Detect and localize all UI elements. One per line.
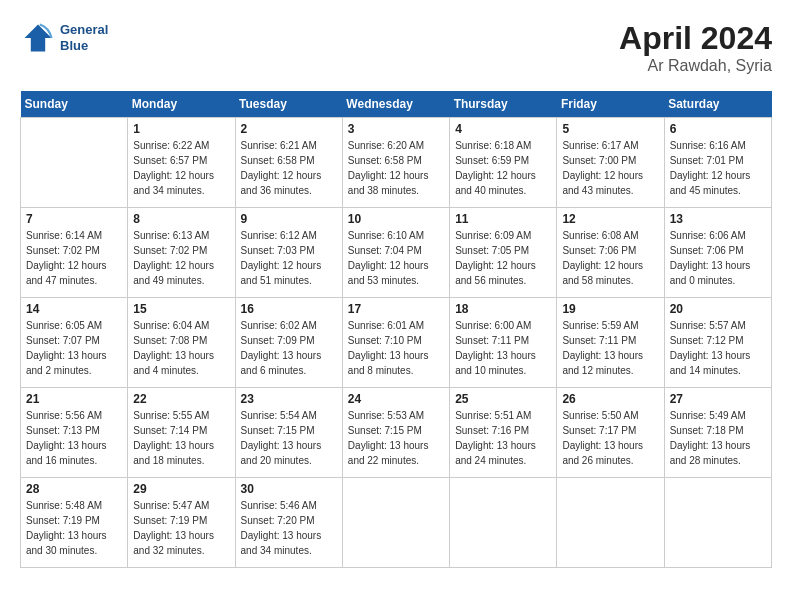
header-row: SundayMondayTuesdayWednesdayThursdayFrid… bbox=[21, 91, 772, 118]
day-detail: Sunrise: 6:20 AMSunset: 6:58 PMDaylight:… bbox=[348, 138, 444, 198]
col-header-wednesday: Wednesday bbox=[342, 91, 449, 118]
calendar-cell: 24Sunrise: 5:53 AMSunset: 7:15 PMDayligh… bbox=[342, 388, 449, 478]
calendar-cell bbox=[557, 478, 664, 568]
logo-line2: Blue bbox=[60, 38, 108, 54]
day-detail: Sunrise: 6:10 AMSunset: 7:04 PMDaylight:… bbox=[348, 228, 444, 288]
day-detail: Sunrise: 6:14 AMSunset: 7:02 PMDaylight:… bbox=[26, 228, 122, 288]
day-number: 5 bbox=[562, 122, 658, 136]
calendar-cell: 10Sunrise: 6:10 AMSunset: 7:04 PMDayligh… bbox=[342, 208, 449, 298]
day-detail: Sunrise: 6:21 AMSunset: 6:58 PMDaylight:… bbox=[241, 138, 337, 198]
location-subtitle: Ar Rawdah, Syria bbox=[619, 57, 772, 75]
calendar-cell: 3Sunrise: 6:20 AMSunset: 6:58 PMDaylight… bbox=[342, 118, 449, 208]
calendar-cell: 2Sunrise: 6:21 AMSunset: 6:58 PMDaylight… bbox=[235, 118, 342, 208]
day-number: 17 bbox=[348, 302, 444, 316]
day-detail: Sunrise: 5:47 AMSunset: 7:19 PMDaylight:… bbox=[133, 498, 229, 558]
calendar-cell: 15Sunrise: 6:04 AMSunset: 7:08 PMDayligh… bbox=[128, 298, 235, 388]
logo-text: General Blue bbox=[60, 22, 108, 53]
day-detail: Sunrise: 6:22 AMSunset: 6:57 PMDaylight:… bbox=[133, 138, 229, 198]
calendar-cell: 9Sunrise: 6:12 AMSunset: 7:03 PMDaylight… bbox=[235, 208, 342, 298]
day-detail: Sunrise: 6:12 AMSunset: 7:03 PMDaylight:… bbox=[241, 228, 337, 288]
day-number: 16 bbox=[241, 302, 337, 316]
day-number: 20 bbox=[670, 302, 766, 316]
week-row-1: 1Sunrise: 6:22 AMSunset: 6:57 PMDaylight… bbox=[21, 118, 772, 208]
col-header-saturday: Saturday bbox=[664, 91, 771, 118]
logo: General Blue bbox=[20, 20, 108, 56]
day-detail: Sunrise: 6:05 AMSunset: 7:07 PMDaylight:… bbox=[26, 318, 122, 378]
calendar-cell: 4Sunrise: 6:18 AMSunset: 6:59 PMDaylight… bbox=[450, 118, 557, 208]
calendar-cell bbox=[21, 118, 128, 208]
day-detail: Sunrise: 5:54 AMSunset: 7:15 PMDaylight:… bbox=[241, 408, 337, 468]
day-detail: Sunrise: 6:06 AMSunset: 7:06 PMDaylight:… bbox=[670, 228, 766, 288]
col-header-sunday: Sunday bbox=[21, 91, 128, 118]
day-number: 13 bbox=[670, 212, 766, 226]
calendar-cell bbox=[664, 478, 771, 568]
calendar-cell: 29Sunrise: 5:47 AMSunset: 7:19 PMDayligh… bbox=[128, 478, 235, 568]
calendar-cell: 16Sunrise: 6:02 AMSunset: 7:09 PMDayligh… bbox=[235, 298, 342, 388]
day-number: 4 bbox=[455, 122, 551, 136]
day-detail: Sunrise: 5:59 AMSunset: 7:11 PMDaylight:… bbox=[562, 318, 658, 378]
week-row-2: 7Sunrise: 6:14 AMSunset: 7:02 PMDaylight… bbox=[21, 208, 772, 298]
day-detail: Sunrise: 5:46 AMSunset: 7:20 PMDaylight:… bbox=[241, 498, 337, 558]
day-detail: Sunrise: 5:50 AMSunset: 7:17 PMDaylight:… bbox=[562, 408, 658, 468]
page-header: General Blue April 2024 Ar Rawdah, Syria bbox=[20, 20, 772, 75]
calendar-cell: 21Sunrise: 5:56 AMSunset: 7:13 PMDayligh… bbox=[21, 388, 128, 478]
calendar-cell: 26Sunrise: 5:50 AMSunset: 7:17 PMDayligh… bbox=[557, 388, 664, 478]
day-number: 8 bbox=[133, 212, 229, 226]
calendar-cell: 28Sunrise: 5:48 AMSunset: 7:19 PMDayligh… bbox=[21, 478, 128, 568]
day-number: 2 bbox=[241, 122, 337, 136]
calendar-cell: 8Sunrise: 6:13 AMSunset: 7:02 PMDaylight… bbox=[128, 208, 235, 298]
day-number: 11 bbox=[455, 212, 551, 226]
calendar-cell: 19Sunrise: 5:59 AMSunset: 7:11 PMDayligh… bbox=[557, 298, 664, 388]
calendar-cell: 6Sunrise: 6:16 AMSunset: 7:01 PMDaylight… bbox=[664, 118, 771, 208]
logo-icon bbox=[20, 20, 56, 56]
calendar-cell: 7Sunrise: 6:14 AMSunset: 7:02 PMDaylight… bbox=[21, 208, 128, 298]
day-number: 14 bbox=[26, 302, 122, 316]
title-block: April 2024 Ar Rawdah, Syria bbox=[619, 20, 772, 75]
calendar-cell: 12Sunrise: 6:08 AMSunset: 7:06 PMDayligh… bbox=[557, 208, 664, 298]
day-number: 28 bbox=[26, 482, 122, 496]
day-detail: Sunrise: 6:01 AMSunset: 7:10 PMDaylight:… bbox=[348, 318, 444, 378]
day-number: 1 bbox=[133, 122, 229, 136]
calendar-cell: 27Sunrise: 5:49 AMSunset: 7:18 PMDayligh… bbox=[664, 388, 771, 478]
day-detail: Sunrise: 5:48 AMSunset: 7:19 PMDaylight:… bbox=[26, 498, 122, 558]
col-header-thursday: Thursday bbox=[450, 91, 557, 118]
day-detail: Sunrise: 5:53 AMSunset: 7:15 PMDaylight:… bbox=[348, 408, 444, 468]
day-number: 27 bbox=[670, 392, 766, 406]
day-number: 21 bbox=[26, 392, 122, 406]
day-number: 15 bbox=[133, 302, 229, 316]
calendar-cell bbox=[450, 478, 557, 568]
day-detail: Sunrise: 6:18 AMSunset: 6:59 PMDaylight:… bbox=[455, 138, 551, 198]
day-detail: Sunrise: 5:55 AMSunset: 7:14 PMDaylight:… bbox=[133, 408, 229, 468]
day-number: 24 bbox=[348, 392, 444, 406]
calendar-cell: 17Sunrise: 6:01 AMSunset: 7:10 PMDayligh… bbox=[342, 298, 449, 388]
col-header-monday: Monday bbox=[128, 91, 235, 118]
day-number: 23 bbox=[241, 392, 337, 406]
day-detail: Sunrise: 6:04 AMSunset: 7:08 PMDaylight:… bbox=[133, 318, 229, 378]
calendar-cell bbox=[342, 478, 449, 568]
logo-line1: General bbox=[60, 22, 108, 38]
day-number: 25 bbox=[455, 392, 551, 406]
calendar-cell: 20Sunrise: 5:57 AMSunset: 7:12 PMDayligh… bbox=[664, 298, 771, 388]
day-detail: Sunrise: 6:08 AMSunset: 7:06 PMDaylight:… bbox=[562, 228, 658, 288]
day-detail: Sunrise: 5:57 AMSunset: 7:12 PMDaylight:… bbox=[670, 318, 766, 378]
col-header-friday: Friday bbox=[557, 91, 664, 118]
day-number: 3 bbox=[348, 122, 444, 136]
day-detail: Sunrise: 5:51 AMSunset: 7:16 PMDaylight:… bbox=[455, 408, 551, 468]
calendar-table: SundayMondayTuesdayWednesdayThursdayFrid… bbox=[20, 91, 772, 568]
calendar-cell: 1Sunrise: 6:22 AMSunset: 6:57 PMDaylight… bbox=[128, 118, 235, 208]
day-detail: Sunrise: 5:49 AMSunset: 7:18 PMDaylight:… bbox=[670, 408, 766, 468]
day-number: 12 bbox=[562, 212, 658, 226]
calendar-cell: 11Sunrise: 6:09 AMSunset: 7:05 PMDayligh… bbox=[450, 208, 557, 298]
calendar-cell: 30Sunrise: 5:46 AMSunset: 7:20 PMDayligh… bbox=[235, 478, 342, 568]
calendar-cell: 18Sunrise: 6:00 AMSunset: 7:11 PMDayligh… bbox=[450, 298, 557, 388]
day-detail: Sunrise: 5:56 AMSunset: 7:13 PMDaylight:… bbox=[26, 408, 122, 468]
day-number: 10 bbox=[348, 212, 444, 226]
day-number: 29 bbox=[133, 482, 229, 496]
day-detail: Sunrise: 6:02 AMSunset: 7:09 PMDaylight:… bbox=[241, 318, 337, 378]
calendar-cell: 14Sunrise: 6:05 AMSunset: 7:07 PMDayligh… bbox=[21, 298, 128, 388]
month-title: April 2024 bbox=[619, 20, 772, 57]
calendar-cell: 22Sunrise: 5:55 AMSunset: 7:14 PMDayligh… bbox=[128, 388, 235, 478]
calendar-cell: 23Sunrise: 5:54 AMSunset: 7:15 PMDayligh… bbox=[235, 388, 342, 478]
calendar-cell: 5Sunrise: 6:17 AMSunset: 7:00 PMDaylight… bbox=[557, 118, 664, 208]
day-detail: Sunrise: 6:00 AMSunset: 7:11 PMDaylight:… bbox=[455, 318, 551, 378]
